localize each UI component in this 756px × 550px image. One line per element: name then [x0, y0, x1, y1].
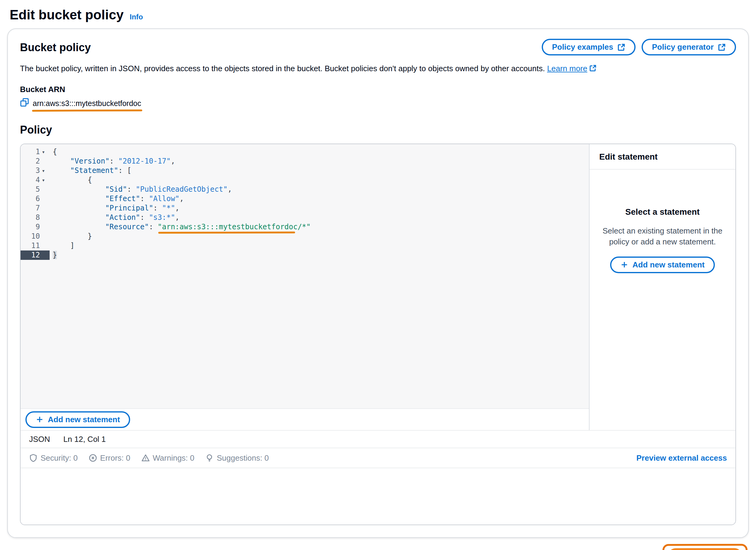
editor-issues-bar: Security: 0 Errors: 0 Warnings: 0 [21, 448, 735, 468]
errors-count[interactable]: Errors: 0 [89, 453, 130, 463]
code-token [53, 213, 105, 222]
gutter-line-number[interactable]: 5 [21, 185, 50, 194]
fold-arrow-icon[interactable]: ▾ [42, 147, 50, 156]
add-statement-label: Add new statement [633, 260, 705, 269]
code-line-row: 12} [21, 250, 589, 260]
add-statement-button-editor[interactable]: Add new statement [25, 411, 130, 428]
code-token [53, 157, 70, 165]
code-line-row: 2 "Version": "2012-10-17", [21, 156, 589, 166]
bucket-arn-value: arn:aws:s3:::mytestbucketfordoc [33, 99, 141, 108]
code-line-row: 6 "Effect": "Allow", [21, 194, 589, 203]
bucket-policy-card: Bucket policy Policy examples Policy gen… [7, 28, 749, 538]
code-token: "Allow" [149, 194, 179, 203]
code-line[interactable]: "Action": "s3:*", [50, 213, 179, 222]
plus-icon [620, 261, 628, 268]
policy-section-title: Policy [20, 123, 736, 136]
gutter-line-number[interactable]: 10 [21, 232, 50, 241]
code-lines: 1▾{2 "Version": "2012-10-17",3▾ "Stateme… [21, 147, 589, 260]
learn-more-link[interactable]: Learn more [547, 64, 597, 73]
gutter-line-number[interactable]: 6 [21, 194, 50, 203]
code-line-row: 11 ] [21, 241, 589, 250]
code-line[interactable]: "Principal": "*", [50, 203, 179, 213]
code-line[interactable]: { [50, 147, 57, 156]
code-token: : [153, 204, 162, 212]
suggestions-count[interactable]: Suggestions: 0 [205, 453, 269, 463]
code-token: : [ [118, 166, 131, 175]
code-token: "PublicReadGetObject" [136, 185, 228, 193]
card-header: Bucket policy Policy examples Policy gen… [20, 39, 736, 55]
code-line-row: 8 "Action": "s3:*", [21, 213, 589, 222]
code-token: : [110, 157, 118, 165]
suggestions-icon [205, 454, 214, 462]
warnings-label: Warnings: 0 [153, 453, 195, 463]
copy-arn-button[interactable] [20, 98, 29, 109]
card-title: Bucket policy [20, 39, 91, 54]
code-token: , [171, 157, 175, 165]
preview-external-access-link[interactable]: Preview external access [636, 453, 727, 463]
gutter-line-number[interactable]: 7 [21, 203, 50, 213]
select-statement-title: Select a statement [602, 207, 723, 217]
editor-main: 1▾{2 "Version": "2012-10-17",3▾ "Stateme… [21, 144, 735, 430]
code-token: ] [53, 241, 74, 250]
errors-label: Errors: 0 [100, 453, 130, 463]
bucket-arn-label: Bucket ARN [20, 85, 736, 94]
policy-examples-button[interactable]: Policy examples [542, 39, 636, 55]
resource-value-annotated: "arn:aws:s3:::mytestbucketfordoc/*" [158, 222, 311, 231]
code-line[interactable]: ] [50, 241, 74, 250]
policy-generator-button[interactable]: Policy generator [642, 39, 736, 55]
gutter-line-number[interactable]: 12 [21, 250, 50, 260]
info-link[interactable]: Info [130, 13, 143, 21]
fold-arrow-icon[interactable]: ▾ [42, 175, 50, 185]
code-token: "Statement" [70, 166, 118, 175]
code-token: : [127, 185, 136, 193]
code-editor[interactable]: 1▾{2 "Version": "2012-10-17",3▾ "Stateme… [21, 144, 589, 408]
bucket-policy-description: The bucket policy, written in JSON, prov… [20, 64, 736, 74]
code-line[interactable]: "Statement": [ [50, 166, 131, 175]
code-line-row: 9 "Resource": "arn:aws:s3:::mytestbucket… [21, 222, 589, 232]
code-token [53, 166, 70, 175]
code-line[interactable]: "Effect": "Allow", [50, 194, 184, 203]
gutter-line-number[interactable]: 3▾ [21, 166, 50, 175]
code-line[interactable]: "Resource": "arn:aws:s3:::mytestbucketfo… [50, 222, 311, 232]
code-token: "*" [162, 204, 175, 212]
save-changes-button[interactable]: Save changes [668, 548, 742, 550]
page-header: Edit bucket policy Info [0, 0, 756, 22]
code-token: : [140, 213, 149, 222]
code-line[interactable]: } [50, 232, 92, 241]
code-token: "Effect" [105, 194, 140, 203]
gutter-line-number[interactable]: 4▾ [21, 175, 50, 185]
cursor-position: Ln 12, Col 1 [63, 435, 106, 444]
editor-status-bar: JSON Ln 12, Col 1 [21, 430, 735, 448]
code-line[interactable]: { [50, 175, 92, 185]
header-actions: Policy examples Policy generator [542, 39, 736, 55]
add-statement-button-panel[interactable]: Add new statement [610, 256, 715, 273]
description-text: The bucket policy, written in JSON, prov… [20, 64, 545, 73]
policy-examples-label: Policy examples [552, 42, 613, 52]
code-token: } [53, 232, 92, 240]
code-line-row: 4▾ { [21, 175, 589, 185]
security-count[interactable]: Security: 0 [29, 453, 78, 463]
code-line-row: 5 "Sid": "PublicReadGetObject", [21, 185, 589, 194]
gutter-line-number[interactable]: 9 [21, 222, 50, 232]
gutter-line-number[interactable]: 11 [21, 241, 50, 250]
code-line-row: 10 } [21, 232, 589, 241]
code-token: , [179, 194, 184, 203]
gutter-line-number[interactable]: 2 [21, 156, 50, 166]
code-line[interactable]: "Sid": "PublicReadGetObject", [50, 185, 232, 194]
warnings-count[interactable]: Warnings: 0 [141, 453, 195, 463]
code-line[interactable]: "Version": "2012-10-17", [50, 156, 175, 166]
code-line[interactable]: } [50, 250, 57, 260]
edit-bucket-policy-page: Edit bucket policy Info Bucket policy Po… [0, 0, 756, 550]
code-token: , [175, 204, 179, 212]
annotation-box-save: Save changes [662, 544, 748, 550]
external-link-icon [617, 43, 625, 51]
suggestions-label: Suggestions: 0 [217, 453, 269, 463]
security-label: Security: 0 [41, 453, 78, 463]
plus-icon [36, 416, 44, 423]
gutter-line-number[interactable]: 1▾ [21, 147, 50, 156]
code-pane: 1▾{2 "Version": "2012-10-17",3▾ "Stateme… [21, 144, 589, 430]
code-line-row: 7 "Principal": "*", [21, 203, 589, 213]
code-token [53, 185, 105, 193]
fold-arrow-icon[interactable]: ▾ [42, 166, 50, 175]
gutter-line-number[interactable]: 8 [21, 213, 50, 222]
